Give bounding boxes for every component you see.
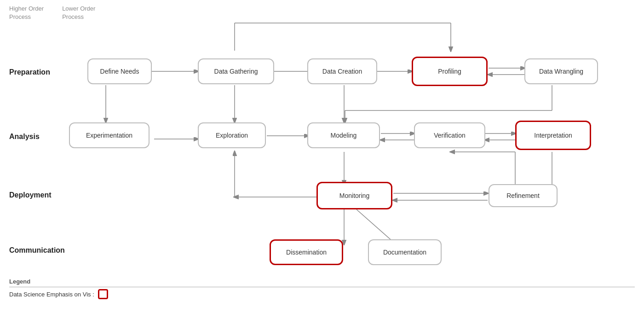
profiling-node: Profiling [412,57,488,86]
lower-order-label: Lower Order Process [62,5,95,21]
preparation-label: Preparation [9,68,50,76]
svg-line-32 [356,209,396,244]
data-wrangling-node: Data Wrangling [524,58,598,84]
legend-divider [9,287,635,287]
verification-node: Verification [414,122,485,148]
communication-label: Communication [9,246,65,255]
deployment-label: Deployment [9,191,52,199]
refinement-node: Refinement [489,184,558,207]
dissemination-node: Dissemination [270,239,343,265]
modeling-node: Modeling [307,122,380,148]
arrows-svg [0,0,644,313]
legend-area: Legend Data Science Emphasis on Vis : [9,278,635,299]
higher-order-label: Higher Order Process [9,5,44,21]
documentation-node: Documentation [368,239,442,265]
legend-box-icon [98,289,108,299]
legend-description: Data Science Emphasis on Vis : [9,291,94,298]
analysis-label: Analysis [9,133,40,141]
data-creation-node: Data Creation [307,58,377,84]
define-needs-node: Define Needs [87,58,152,84]
data-gathering-node: Data Gathering [198,58,274,84]
interpretation-node: Interpretation [515,121,591,150]
monitoring-node: Monitoring [316,182,392,209]
legend-title: Legend [9,278,635,285]
exploration-node: Exploration [198,122,266,148]
diagram-container: Higher Order Process Lower Order Process… [0,0,644,313]
header-area: Higher Order Process Lower Order Process [9,5,95,21]
experimentation-node: Experimentation [69,122,150,148]
